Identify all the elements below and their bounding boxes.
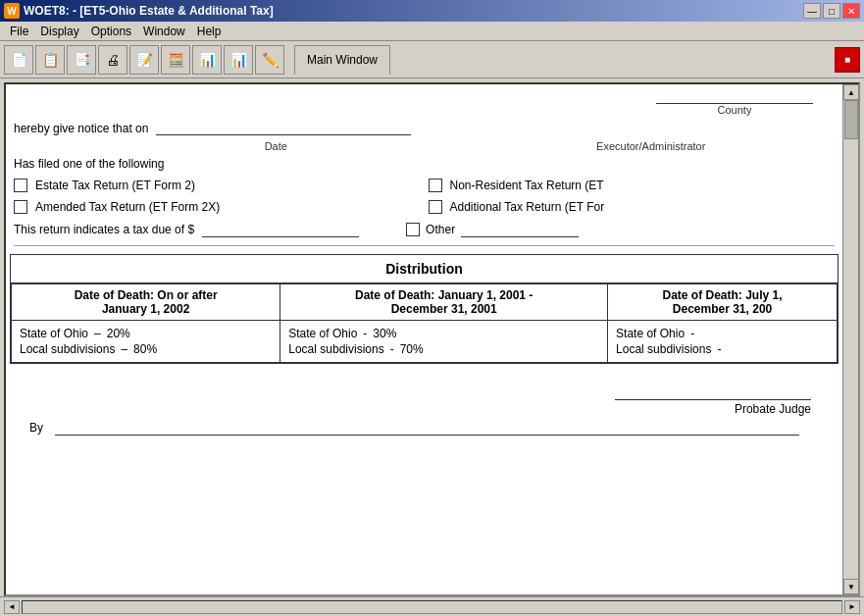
footer-section: Probate Judge By <box>6 372 842 460</box>
dist-col-header-1: Date of Death: On or after January 1, 20… <box>12 284 280 321</box>
dist-col2-row1: State of Ohio - 30% <box>288 327 599 340</box>
toolbar-copy[interactable]: 📋 <box>35 45 65 75</box>
dist-col2-data: State of Ohio - 30% Local subdivisions -… <box>280 321 608 363</box>
county-label: County <box>718 104 752 116</box>
checkbox-item-1: Estate Tax Return (ET Form 2) <box>14 179 421 192</box>
nonresident-tax-label: Non-Resident Tax Return (ET <box>450 179 604 192</box>
tax-due-row: This return indicates a tax due of $ Oth… <box>6 218 842 241</box>
toolbar-pen[interactable]: ✏️ <box>255 45 284 75</box>
by-row: By <box>18 416 831 439</box>
filed-row: Has filed one of the following <box>6 153 842 175</box>
toolbar-grid2[interactable]: 📊 <box>224 45 253 75</box>
toolbar-print-preview[interactable]: 📑 <box>67 45 96 75</box>
menu-help[interactable]: Help <box>191 23 228 40</box>
toolbar-grid1[interactable]: 📊 <box>192 45 222 75</box>
additional-tax-checkbox[interactable] <box>429 200 442 214</box>
toolbar-edit[interactable]: 📝 <box>129 45 159 75</box>
amended-tax-label: Amended Tax Return (ET Form 2X) <box>35 200 220 214</box>
date-label: Date <box>92 139 460 153</box>
other-label: Other <box>426 223 455 236</box>
notice-text: hereby give notice that on <box>14 122 148 135</box>
dist-col3-row2: Local subdivisions - <box>616 342 829 356</box>
checkbox-item-4: Additional Tax Return (ET For <box>429 200 836 214</box>
scroll-thumb[interactable] <box>844 100 858 139</box>
hscroll-left-btn[interactable]: ◄ <box>4 600 20 614</box>
notice-row: hereby give notice that on <box>6 116 842 139</box>
hscroll-right-btn[interactable]: ► <box>844 600 860 614</box>
county-input[interactable] <box>656 88 813 104</box>
additional-tax-label: Additional Tax Return (ET For <box>450 200 605 214</box>
distribution-section: Distribution Date of Death: On or after … <box>10 254 839 364</box>
main-window-tab[interactable]: Main Window <box>294 45 390 75</box>
dist-col1-row1: State of Ohio – 20% <box>20 327 272 340</box>
toolbar-stop-button[interactable]: ■ <box>835 47 860 73</box>
toolbar-new[interactable]: 📄 <box>4 45 33 75</box>
by-signature-line[interactable] <box>55 420 799 436</box>
title-bar-buttons: — □ ✕ <box>803 3 860 19</box>
estate-tax-checkbox[interactable] <box>14 179 27 192</box>
probate-judge-area: Probate Judge <box>18 399 831 416</box>
section-divider <box>14 245 835 246</box>
field-labels-row: Date Executor/Administrator <box>6 139 842 153</box>
close-button[interactable]: ✕ <box>842 3 860 19</box>
other-checkbox[interactable] <box>406 223 420 236</box>
dist-col-header-2: Date of Death: January 1, 2001 - Decembe… <box>280 284 608 321</box>
checkbox-item-3: Amended Tax Return (ET Form 2X) <box>14 200 421 214</box>
title-bar: W WOET8: - [ET5-Ohio Estate & Additional… <box>0 0 864 22</box>
scroll-up-arrow[interactable]: ▲ <box>843 84 859 100</box>
executor-label: Executor/Administrator <box>468 139 836 153</box>
dist-header-row: Date of Death: On or after January 1, 20… <box>12 284 838 321</box>
right-scrollbar[interactable]: ▲ ▼ <box>842 84 858 594</box>
distribution-title: Distribution <box>11 255 838 283</box>
dist-data-row: State of Ohio – 20% Local subdivisions –… <box>12 321 838 363</box>
nonresident-tax-checkbox[interactable] <box>429 179 442 192</box>
menu-bar: File Display Options Window Help <box>0 22 864 41</box>
tax-due-text: This return indicates a tax due of $ <box>14 223 194 236</box>
maximize-button[interactable]: □ <box>823 3 840 19</box>
toolbar-calc1[interactable]: 🧮 <box>161 45 190 75</box>
title-bar-left: W WOET8: - [ET5-Ohio Estate & Additional… <box>4 3 274 19</box>
dist-col2-row2: Local subdivisions - 70% <box>288 342 599 356</box>
by-label: By <box>29 421 43 435</box>
probate-judge-line <box>615 399 811 400</box>
distribution-table: Date of Death: On or after January 1, 20… <box>11 283 838 363</box>
menu-file[interactable]: File <box>4 23 34 40</box>
dist-col3-row1: State of Ohio - <box>616 327 829 340</box>
main-content-area: County hereby give notice that on Date E… <box>4 82 860 596</box>
estate-tax-label: Estate Tax Return (ET Form 2) <box>35 179 195 192</box>
other-input[interactable] <box>461 222 579 237</box>
toolbar: 📄 📋 📑 🖨 📝 🧮 📊 📊 ✏️ Main Window ■ <box>0 41 864 78</box>
menu-window[interactable]: Window <box>137 23 191 40</box>
app-icon: W <box>4 3 20 19</box>
checkboxes-grid: Estate Tax Return (ET Form 2) Non-Reside… <box>6 175 842 218</box>
status-bar: ◄ ► <box>0 596 864 616</box>
window-title: WOET8: - [ET5-Ohio Estate & Additional T… <box>24 4 274 18</box>
dist-col1-row2: Local subdivisions – 80% <box>20 342 272 356</box>
tax-due-input[interactable] <box>202 222 359 237</box>
hscroll-track[interactable] <box>22 600 842 614</box>
dist-col1-data: State of Ohio – 20% Local subdivisions –… <box>12 321 280 363</box>
menu-options[interactable]: Options <box>85 23 137 40</box>
notice-date-input[interactable] <box>156 120 411 135</box>
dist-col3-data: State of Ohio - Local subdivisions - <box>608 321 838 363</box>
amended-tax-checkbox[interactable] <box>14 200 27 214</box>
scroll-track[interactable] <box>843 100 858 579</box>
other-area: Other <box>406 222 579 237</box>
dist-col-header-3: Date of Death: July 1, December 31, 200 <box>608 284 838 321</box>
filed-text: Has filed one of the following <box>14 157 164 171</box>
scroll-down-arrow[interactable]: ▼ <box>843 579 859 594</box>
minimize-button[interactable]: — <box>803 3 821 19</box>
menu-display[interactable]: Display <box>34 23 84 40</box>
toolbar-print[interactable]: 🖨 <box>98 45 127 75</box>
checkbox-item-2: Non-Resident Tax Return (ET <box>429 179 836 192</box>
county-area: County <box>6 84 842 116</box>
county-field-wrapper: County <box>656 88 813 116</box>
probate-judge-label: Probate Judge <box>18 402 831 416</box>
